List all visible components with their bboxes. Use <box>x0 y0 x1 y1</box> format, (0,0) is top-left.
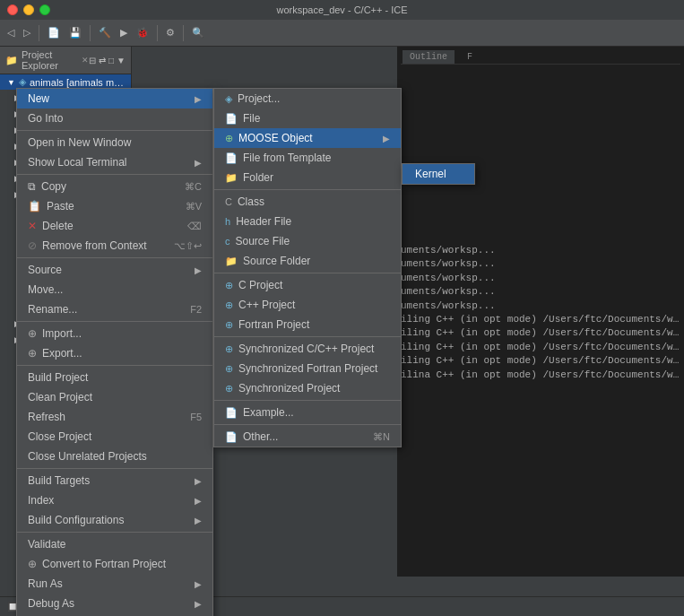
menu-sep-5 <box>17 365 212 366</box>
toolbar-sep-2 <box>90 25 91 41</box>
class-label-group: C Class <box>225 195 264 208</box>
menu-item-run-as[interactable]: Run As ▶ <box>17 574 212 594</box>
menu-item-paste[interactable]: 📋 Paste ⌘V <box>17 196 212 216</box>
c-project-label: C Project <box>238 279 282 291</box>
submenu-new-fortran-project[interactable]: ⊕ Fortran Project <box>214 315 401 334</box>
source-label: Source <box>28 264 62 276</box>
toolbar-run[interactable]: ▶ <box>117 25 131 40</box>
menu-item-validate[interactable]: Validate <box>17 534 212 554</box>
submenu-sync-cpp-project[interactable]: ⊕ Synchronized C/C++ Project <box>214 339 401 359</box>
toolbar-tools[interactable]: ⚙ <box>162 25 178 40</box>
toolbar-debug[interactable]: 🐞 <box>133 25 152 40</box>
menu-item-close-unrelated[interactable]: Close Unrelated Projects <box>17 447 212 466</box>
debug-as-label: Debug As <box>28 597 74 610</box>
submenu-new-project[interactable]: ◈ Project... <box>214 89 401 108</box>
menu-item-refresh[interactable]: Refresh F5 <box>17 407 212 427</box>
minimize-button[interactable] <box>23 4 34 15</box>
link-editor-icon[interactable]: ⇄ <box>99 56 106 65</box>
remove-context-label-group: ⊘ Remove from Context <box>28 239 147 252</box>
paste-label-group: 📋 Paste <box>28 200 74 213</box>
toolbar-forward[interactable]: ▷ <box>20 25 34 40</box>
build-targets-arrow-icon: ▶ <box>195 476 202 486</box>
menu-item-new[interactable]: New ▶ <box>17 89 212 108</box>
import-icon: ⊕ <box>28 327 37 340</box>
run-as-label: Run As <box>28 577 63 590</box>
source-file-icon: c <box>225 236 230 247</box>
c-project-icon: ⊕ <box>225 280 233 291</box>
other-label: Other... <box>243 430 278 443</box>
menu-item-convert-fortran[interactable]: ⊕ Convert to Fortran Project <box>17 554 212 574</box>
submenu-new-moose-object[interactable]: ⊕ MOOSE Object ▶ <box>214 128 401 148</box>
submenu-new-file[interactable]: 📄 File <box>214 108 401 128</box>
menu-item-clean-project[interactable]: Clean Project <box>17 387 212 407</box>
collapse-all-icon[interactable]: ⊟ <box>89 56 96 65</box>
submenu-sync-project[interactable]: ⊕ Synchronized Project <box>214 378 401 398</box>
submenu-kernel-item[interactable]: Kernel <box>403 164 474 184</box>
copy-label-group: ⧉ Copy <box>28 180 66 193</box>
menu-item-move[interactable]: Move... <box>17 280 212 299</box>
menu-item-close-project[interactable]: Close Project <box>17 427 212 447</box>
move-label: Move... <box>28 283 63 296</box>
submenu-other[interactable]: 📄 Other... ⌘N <box>214 427 401 447</box>
menu-item-source[interactable]: Source ▶ <box>17 260 212 280</box>
fortran-project-icon: ⊕ <box>225 319 233 331</box>
c-project-label-group: ⊕ C Project <box>225 279 282 291</box>
submenu-sep-2 <box>214 273 401 273</box>
menu-item-debug-as[interactable]: Debug As ▶ <box>17 594 212 613</box>
submenu-example[interactable]: 📄 Example... <box>214 403 401 422</box>
output-line-6: iling C++ (in opt mode) /Users/ftc/Docum… <box>401 313 680 326</box>
submenu-new-folder[interactable]: 📁 Folder <box>214 168 401 187</box>
source-folder-label-group: 📁 Source Folder <box>225 255 310 267</box>
header-file-icon: h <box>225 216 230 227</box>
maximize-icon[interactable]: □ <box>108 56 114 65</box>
close-button[interactable] <box>7 4 18 15</box>
moose-icon: ⊕ <box>225 133 233 144</box>
toolbar-save[interactable]: 💾 <box>65 25 85 40</box>
outline-tab[interactable]: Outline <box>403 50 455 64</box>
submenu-sync-fortran-project[interactable]: ⊕ Synchronized Fortran Project <box>214 359 401 378</box>
maximize-button[interactable] <box>39 4 50 15</box>
menu-item-new-label-group: New <box>28 92 49 105</box>
toolbar-search[interactable]: 🔍 <box>188 25 208 40</box>
toolbar-new[interactable]: 📄 <box>44 25 64 40</box>
submenu-new-header-file[interactable]: h Header File <box>214 212 401 231</box>
menu-item-import[interactable]: ⊕ Import... <box>17 324 212 343</box>
menu-item-export[interactable]: ⊕ Export... <box>17 343 212 363</box>
menu-item-copy[interactable]: ⧉ Copy ⌘C <box>17 177 212 196</box>
submenu-new-file-from-template[interactable]: 📄 File from Template <box>214 148 401 168</box>
sidebar-close-icon[interactable]: ✕ <box>82 56 89 65</box>
menu-item-open-new-window[interactable]: Open in New Window <box>17 133 212 152</box>
menu-item-go-into[interactable]: Go Into <box>17 108 212 128</box>
menu-item-rename[interactable]: Rename... F2 <box>17 299 212 319</box>
submenu-new-source-file[interactable]: c Source File <box>214 231 401 251</box>
menu-item-index[interactable]: Index ▶ <box>17 490 212 510</box>
tree-item-label: animals [animals master ...] <box>30 77 127 88</box>
toolbar-build[interactable]: 🔨 <box>95 25 115 40</box>
menu-item-build-project[interactable]: Build Project <box>17 368 212 387</box>
menu-item-build-configs[interactable]: Build Configurations ▶ <box>17 510 212 530</box>
menu-sep-1 <box>17 130 212 131</box>
sync-fortran-label-group: ⊕ Synchronized Fortran Project <box>225 362 377 375</box>
menu-item-build-targets[interactable]: Build Targets ▶ <box>17 471 212 490</box>
output-line-5: uments/worksp... <box>401 299 680 313</box>
submenu-new-cpp-project[interactable]: ⊕ C++ Project <box>214 295 401 315</box>
toolbar-back[interactable]: ◁ <box>4 25 18 40</box>
submenu-new-c-project[interactable]: ⊕ C Project <box>214 275 401 295</box>
files-tab[interactable]: F <box>460 50 480 64</box>
rename-shortcut: F2 <box>172 304 202 315</box>
class-icon: C <box>225 196 232 207</box>
import-label: Import... <box>42 327 82 340</box>
submenu-new-source-folder[interactable]: 📁 Source Folder <box>214 251 401 271</box>
menu-item-remove-context[interactable]: ⊘ Remove from Context ⌥⇧↩ <box>17 236 212 256</box>
fortran-project-label-group: ⊕ Fortran Project <box>225 318 309 331</box>
menu-item-show-local-terminal[interactable]: Show Local Terminal ▶ <box>17 152 212 172</box>
toolbar-sep-1 <box>39 25 39 41</box>
sync-cpp-icon: ⊕ <box>225 343 233 355</box>
submenu-moose-kernel: Kernel <box>402 163 475 185</box>
output-line-3: uments/worksp... <box>401 272 680 285</box>
sync-project-label: Synchronized Project <box>238 382 340 395</box>
menu-item-delete[interactable]: ✕ Delete ⌫ <box>17 216 212 236</box>
output-line-9: iling C++ (in opt mode) /Users/ftc/Docum… <box>401 354 680 368</box>
submenu-new-class[interactable]: C Class <box>214 192 401 212</box>
view-menu-icon[interactable]: ▼ <box>117 56 126 65</box>
